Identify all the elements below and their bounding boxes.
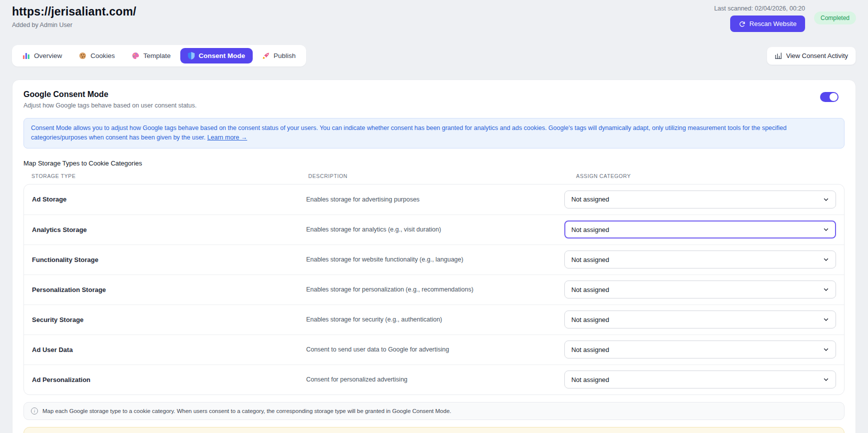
tab-bar: Overview Cookies xyxy=(12,45,306,66)
palette-icon xyxy=(132,52,139,60)
header-actions: Last scanned: 02/04/2026, 00:20 Rescan W… xyxy=(714,5,856,32)
rescan-label: Rescan Website xyxy=(750,20,797,28)
assign-category-select-analytics-storage[interactable]: Not assigned xyxy=(564,220,836,238)
scan-column: Last scanned: 02/04/2026, 00:20 Rescan W… xyxy=(714,5,805,32)
storage-description: Consent for personalized advertising xyxy=(299,376,564,383)
column-header-description: DESCRIPTION xyxy=(301,173,569,179)
mapping-note: i Map each Google storage type to a cook… xyxy=(23,402,845,420)
selected-value: Not assigned xyxy=(571,286,609,294)
table-row-personalization-storage: Personalization Storage Enables storage … xyxy=(24,274,844,304)
card-header: Google Consent Mode Adjust how Google ta… xyxy=(23,90,845,109)
rescan-website-button[interactable]: Rescan Website xyxy=(730,16,805,32)
selected-value: Not assigned xyxy=(571,346,609,354)
assign-category-select-ad-personalization[interactable]: Not assigned xyxy=(564,370,836,388)
tab-label: Overview xyxy=(34,52,62,60)
assign-category-select-personalization-storage[interactable]: Not assigned xyxy=(564,280,836,298)
tab-label: Template xyxy=(143,52,171,60)
selected-value: Not assigned xyxy=(571,226,609,234)
tab-label: Publish xyxy=(274,52,296,60)
page-header: https://jerisaliant.com/ Added by Admin … xyxy=(12,5,856,32)
learn-more-link[interactable]: Learn more → xyxy=(207,134,247,141)
chevron-down-icon xyxy=(823,346,829,352)
storage-description: Enables storage for security (e.g., auth… xyxy=(299,316,564,323)
selected-value: Not assigned xyxy=(571,256,609,264)
bar-chart-icon xyxy=(22,52,30,60)
section-label: Map Storage Types to Cookie Categories xyxy=(23,160,845,167)
table-row-functionality-storage: Functionality Storage Enables storage fo… xyxy=(24,244,844,274)
column-header-assign-category: ASSIGN CATEGORY xyxy=(569,173,844,179)
storage-type-label: Analytics Storage xyxy=(25,226,299,234)
storage-mapping-table: Ad Storage Enables storage for advertisi… xyxy=(23,184,845,395)
storage-type-label: Ad Personalization xyxy=(25,376,299,384)
assign-category-select-security-storage[interactable]: Not assigned xyxy=(564,310,836,328)
tab-template[interactable]: Template xyxy=(124,48,178,64)
site-info: https://jerisaliant.com/ Added by Admin … xyxy=(12,5,136,28)
storage-description: Enables storage for advertising purposes xyxy=(299,196,564,203)
activity-chart-icon xyxy=(775,52,782,60)
view-activity-label: View Consent Activity xyxy=(786,52,848,60)
site-url-title: https://jerisaliant.com/ xyxy=(12,5,136,18)
google-consent-mode-card: Google Consent Mode Adjust how Google ta… xyxy=(12,80,856,433)
table-row-ad-personalization: Ad Personalization Consent for personali… xyxy=(24,364,844,394)
storage-type-label: Ad User Data xyxy=(25,346,299,354)
assign-category-select-ad-storage[interactable]: Not assigned xyxy=(564,190,836,208)
storage-type-label: Functionality Storage xyxy=(25,256,299,264)
toggle-knob xyxy=(830,93,838,101)
assign-category-select-functionality-storage[interactable]: Not assigned xyxy=(564,250,836,268)
table-header-row: STORAGE TYPE DESCRIPTION ASSIGN CATEGORY xyxy=(23,173,845,179)
page: https://jerisaliant.com/ Added by Admin … xyxy=(0,0,868,433)
card-title: Google Consent Mode xyxy=(23,90,197,99)
tab-label: Consent Mode xyxy=(199,52,245,60)
card-subtitle: Adjust how Google tags behave based on u… xyxy=(23,102,197,109)
storage-type-label: Personalization Storage xyxy=(25,286,299,294)
info-icon: i xyxy=(31,408,38,414)
chevron-down-icon xyxy=(823,286,829,292)
tab-cookies[interactable]: Cookies xyxy=(71,48,122,64)
assign-category-select-ad-user-data[interactable]: Not assigned xyxy=(564,340,836,358)
card-header-text: Google Consent Mode Adjust how Google ta… xyxy=(23,90,197,109)
consent-mode-info-box: Consent Mode allows you to adjust how Go… xyxy=(23,118,845,148)
selected-value: Not assigned xyxy=(571,316,609,324)
selected-value: Not assigned xyxy=(571,376,609,384)
storage-description: Enables storage for website functionalit… xyxy=(299,256,564,263)
refresh-icon xyxy=(739,20,746,28)
info-text: Consent Mode allows you to adjust how Go… xyxy=(31,124,787,141)
storage-type-label: Security Storage xyxy=(25,316,299,324)
storage-description: Consent to send user data to Google for … xyxy=(299,346,564,353)
storage-description: Enables storage for analytics (e.g., vis… xyxy=(299,226,564,233)
chevron-down-icon xyxy=(823,316,829,322)
column-header-storage-type: STORAGE TYPE xyxy=(24,173,301,179)
table-row-ad-storage: Ad Storage Enables storage for advertisi… xyxy=(24,184,844,214)
chevron-down-icon xyxy=(823,376,829,382)
gtm-warning-box: Important: GTM Setup Required xyxy=(23,427,845,433)
storage-description: Enables storage for personalization (e.g… xyxy=(299,286,564,293)
chevron-down-icon xyxy=(823,256,829,262)
added-by-text: Added by Admin User xyxy=(12,22,136,28)
tab-label: Cookies xyxy=(90,52,115,60)
tabs-row: Overview Cookies xyxy=(12,45,856,66)
table-row-ad-user-data: Ad User Data Consent to send user data t… xyxy=(24,334,844,364)
cookie-icon xyxy=(79,52,86,60)
note-text: Map each Google storage type to a cookie… xyxy=(42,408,451,414)
chevron-down-icon xyxy=(823,226,829,232)
selected-value: Not assigned xyxy=(571,196,609,203)
tab-overview[interactable]: Overview xyxy=(15,48,69,64)
view-consent-activity-button[interactable]: View Consent Activity xyxy=(767,46,856,65)
shield-icon xyxy=(188,52,195,60)
tab-consent-mode[interactable]: Consent Mode xyxy=(180,48,253,64)
rocket-icon xyxy=(262,52,270,60)
table-row-analytics-storage: Analytics Storage Enables storage for an… xyxy=(24,214,844,244)
last-scanned-text: Last scanned: 02/04/2026, 00:20 xyxy=(714,5,805,12)
status-badge: Completed xyxy=(814,12,856,24)
table-row-security-storage: Security Storage Enables storage for sec… xyxy=(24,304,844,334)
chevron-down-icon xyxy=(823,196,829,202)
consent-mode-toggle[interactable] xyxy=(820,92,839,102)
tab-publish[interactable]: Publish xyxy=(255,48,303,64)
storage-type-label: Ad Storage xyxy=(25,196,299,203)
